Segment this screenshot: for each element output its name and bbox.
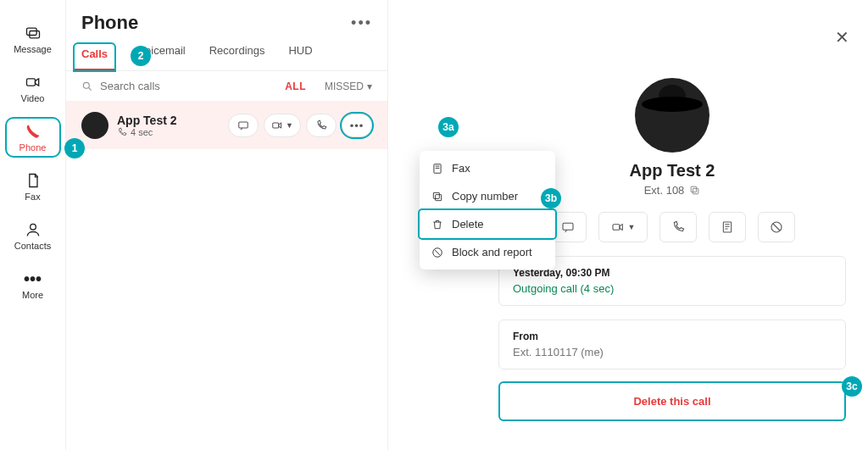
search-row: ALL MISSED ▾ (66, 71, 387, 102)
call-row-duration: 4 sec (131, 127, 153, 137)
svg-point-3 (30, 224, 36, 230)
context-menu: Fax Copy number Delete Block and report (420, 151, 555, 269)
avatar (81, 112, 108, 139)
nav-more[interactable]: ••• More (7, 266, 59, 303)
search-icon (81, 81, 93, 92)
note-icon (721, 220, 734, 234)
menu-label: Copy number (452, 190, 518, 203)
from-card: From Ext. 1110117 (me) (498, 319, 846, 369)
more-icon: ••• (350, 119, 364, 132)
detail-call-action[interactable] (659, 212, 697, 242)
menu-copy-number[interactable]: Copy number (420, 182, 555, 210)
text-action[interactable] (228, 114, 259, 137)
fax-icon (25, 171, 42, 190)
menu-block[interactable]: Block and report (420, 238, 555, 266)
filter-missed-label: MISSED (325, 81, 364, 92)
svg-rect-8 (436, 194, 442, 200)
call-row[interactable]: App Test 2 4 sec ▼ ••• (66, 102, 387, 149)
phone-icon (671, 220, 685, 234)
row-more-action[interactable]: ••• (342, 114, 372, 137)
call-status: Outgoing call (4 sec) (513, 282, 832, 295)
svg-rect-13 (563, 223, 573, 230)
annotation-badge-2: 2 (131, 46, 151, 66)
block-icon (431, 247, 443, 258)
detail-note-action[interactable] (709, 212, 746, 242)
detail-video-action[interactable]: ▼ (598, 212, 648, 242)
svg-rect-5 (239, 122, 248, 128)
delete-call-label: Delete this call (633, 395, 710, 408)
from-label: From (513, 331, 832, 342)
nav-label: Video (21, 93, 45, 103)
message-icon (561, 220, 575, 234)
page-title: Phone (81, 12, 138, 34)
annotation-badge-3c: 3c (842, 376, 862, 397)
svg-point-4 (83, 82, 89, 88)
delete-call-button[interactable]: Delete this call (498, 381, 846, 421)
video-icon (271, 119, 283, 131)
svg-rect-9 (433, 192, 439, 198)
copy-icon[interactable] (689, 185, 700, 196)
chevron-down-icon: ▾ (367, 81, 372, 92)
phone-panel: Phone ••• Calls Voicemail Recordings HUD… (66, 0, 388, 450)
filter-all[interactable]: ALL (285, 81, 306, 92)
svg-rect-1 (29, 31, 39, 38)
nav-message[interactable]: Message (7, 20, 59, 58)
video-action[interactable]: ▼ (264, 114, 301, 137)
block-icon (770, 220, 783, 234)
menu-label: Fax (452, 162, 470, 175)
detail-block-action[interactable] (758, 212, 795, 242)
chevron-down-icon: ▼ (628, 223, 636, 231)
svg-rect-14 (613, 225, 620, 231)
filter-missed[interactable]: MISSED ▾ (325, 81, 372, 92)
row-actions: ▼ ••• (228, 114, 372, 137)
left-nav: Message Video Phone Fax Contacts ••• Mor… (0, 0, 66, 450)
svg-rect-11 (693, 188, 699, 194)
handset-icon (117, 127, 127, 137)
nav-fax[interactable]: Fax (7, 168, 59, 205)
svg-rect-12 (692, 186, 698, 192)
tab-calls[interactable]: Calls (75, 44, 114, 70)
message-icon (237, 119, 249, 131)
video-icon (25, 73, 42, 92)
nav-video[interactable]: Video (7, 69, 59, 107)
contact-ext: Ext. 108 (644, 184, 685, 197)
nav-phone[interactable]: Phone (7, 119, 59, 156)
tab-hud[interactable]: HUD (288, 44, 312, 70)
menu-fax[interactable]: Fax (420, 154, 555, 182)
nav-label: Fax (25, 192, 40, 202)
svg-rect-15 (723, 222, 731, 232)
menu-label: Block and report (452, 246, 532, 258)
search-input[interactable] (100, 80, 278, 92)
fax-icon (431, 163, 443, 175)
nav-label: Contacts (14, 241, 51, 251)
phone-icon (25, 122, 42, 141)
header-more-icon[interactable]: ••• (351, 14, 372, 32)
contact-avatar (635, 78, 709, 153)
from-value: Ext. 1110117 (me) (513, 346, 832, 358)
nav-label: Message (14, 44, 52, 54)
chevron-down-icon: ▼ (286, 121, 293, 130)
call-row-name: App Test 2 (117, 114, 228, 127)
call-time: Yesterday, 09:30 PM (513, 267, 832, 279)
tab-recordings[interactable]: Recordings (209, 44, 265, 70)
tabs: Calls Voicemail Recordings HUD (66, 34, 387, 71)
phone-icon (315, 119, 327, 131)
more-icon: ••• (24, 269, 42, 288)
nav-contacts[interactable]: Contacts (7, 217, 59, 254)
copy-icon (431, 191, 443, 203)
trash-icon (431, 219, 443, 231)
annotation-badge-3b: 3b (541, 188, 561, 208)
menu-label: Delete (452, 218, 484, 231)
contacts-icon (25, 220, 42, 239)
svg-rect-2 (26, 79, 35, 86)
svg-rect-0 (26, 28, 36, 35)
call-action[interactable] (306, 114, 337, 137)
message-icon (25, 24, 42, 42)
annotation-badge-1: 1 (64, 138, 85, 158)
svg-rect-6 (273, 123, 279, 128)
close-icon[interactable]: ✕ (835, 27, 849, 47)
nav-label: More (22, 290, 43, 300)
video-icon (611, 220, 625, 234)
nav-label: Phone (19, 142, 47, 153)
menu-delete[interactable]: Delete (420, 210, 555, 238)
